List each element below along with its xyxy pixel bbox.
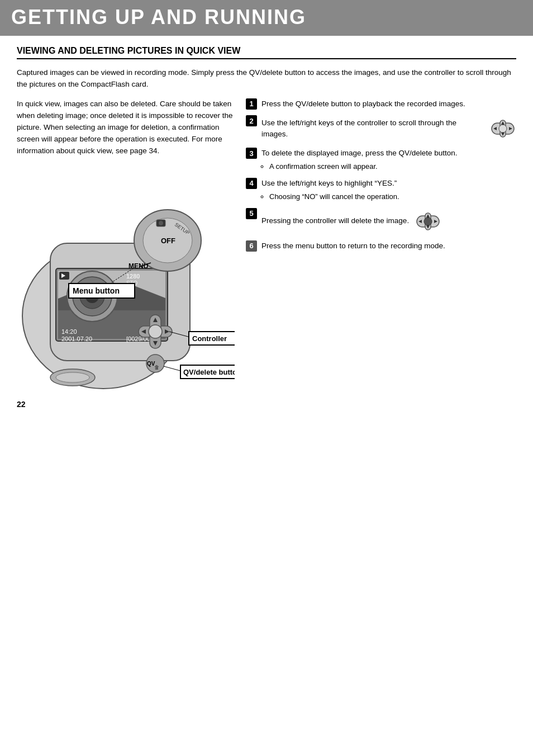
right-column: 1 Press the QV/delete button to playback… xyxy=(246,98,516,409)
svg-point-18 xyxy=(159,221,163,225)
step-5-text: Pressing the controller will delete the … xyxy=(261,215,409,226)
step-5-num: 5 xyxy=(246,208,257,219)
step-4: 4 Use the left/right keys to highlight “… xyxy=(246,178,516,202)
step-1-content: Press the QV/delete button to playback t… xyxy=(261,98,516,110)
svg-text:MENU: MENU xyxy=(129,262,148,270)
camera-svg: 1280 STO 14:20 2001.07.20 [0029/0078] OF… xyxy=(17,159,235,394)
step-4-content: Use the left/right keys to highlight “YE… xyxy=(261,178,516,202)
svg-text:OFF: OFF xyxy=(161,237,175,245)
svg-text:Controller: Controller xyxy=(192,334,227,343)
svg-point-37 xyxy=(56,372,89,382)
svg-text:14:20: 14:20 xyxy=(61,328,77,335)
controller-icon-step2 xyxy=(489,115,516,142)
step-3-content: To delete the displayed image, press the… xyxy=(261,148,516,172)
intro-para2: In quick view, images can also be delete… xyxy=(17,98,235,157)
step-2-content: Use the left/right keys of the controlle… xyxy=(261,115,516,142)
step-5-content: Pressing the controller will delete the … xyxy=(261,208,516,235)
step-2: 2 Use the left/right keys of the control… xyxy=(246,115,516,142)
step-6: 6 Press the menu button to return to the… xyxy=(246,240,516,252)
intro-para1: Captured images can be viewed in recordi… xyxy=(17,67,516,91)
step-3-bullets: A confirmation screen will appear. xyxy=(269,161,516,172)
steps-list: 1 Press the QV/delete button to playback… xyxy=(246,98,516,252)
step-5-row: Pressing the controller will delete the … xyxy=(261,208,516,235)
step-4-num: 4 xyxy=(246,178,257,189)
camera-diagram: 1280 STO 14:20 2001.07.20 [0029/0078] OF… xyxy=(17,159,235,394)
step-4-bullets: Choosing “NO” will cancel the operation. xyxy=(269,191,516,202)
svg-text:🗑: 🗑 xyxy=(154,365,159,370)
step-3-num: 3 xyxy=(246,148,257,159)
page-number: 22 xyxy=(17,400,235,409)
svg-point-28 xyxy=(149,325,162,338)
step-2-row: Use the left/right keys of the controlle… xyxy=(261,115,516,142)
svg-point-56 xyxy=(424,218,432,225)
svg-text:1280: 1280 xyxy=(126,273,140,280)
step-3: 3 To delete the displayed image, press t… xyxy=(246,148,516,172)
svg-point-49 xyxy=(499,125,507,133)
page-content: VIEWING AND DELETING PICTURES IN QUICK V… xyxy=(0,36,533,420)
page-header: GETTING UP AND RUNNING xyxy=(0,0,533,36)
two-col-layout: In quick view, images can also be delete… xyxy=(17,98,516,409)
step-5: 5 Pressing the controller will delete th… xyxy=(246,208,516,235)
step-3-bullet-1: A confirmation screen will appear. xyxy=(269,161,516,172)
step-6-content: Press the menu button to return to the r… xyxy=(261,240,516,252)
step-4-bullet-1: Choosing “NO” will cancel the operation. xyxy=(269,191,516,202)
page-title: GETTING UP AND RUNNING xyxy=(11,6,522,29)
svg-text:2001.07.20: 2001.07.20 xyxy=(61,336,92,342)
controller-icon-step5 xyxy=(415,208,441,235)
step-6-num: 6 xyxy=(246,240,257,252)
step-2-num: 2 xyxy=(246,115,257,126)
step-1-num: 1 xyxy=(246,98,257,110)
left-column: In quick view, images can also be delete… xyxy=(17,98,235,409)
step-1: 1 Press the QV/delete button to playback… xyxy=(246,98,516,110)
svg-text:QV/delete button: QV/delete button xyxy=(183,368,235,376)
section-title: VIEWING AND DELETING PICTURES IN QUICK V… xyxy=(17,46,516,59)
svg-text:Menu button: Menu button xyxy=(73,286,120,295)
